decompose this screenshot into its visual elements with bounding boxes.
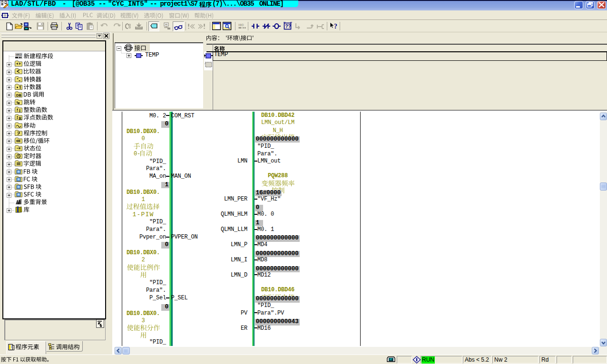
svg-text:R: R — [19, 116, 22, 121]
svg-text:??: ?? — [285, 24, 291, 29]
svg-text:HKO: HKO — [16, 53, 22, 56]
svg-text:I: I — [19, 109, 20, 113]
svg-text:?: ? — [334, 23, 337, 30]
svg-text:HHO: HHO — [238, 23, 244, 27]
svg-text:DB: DB — [16, 93, 21, 97]
